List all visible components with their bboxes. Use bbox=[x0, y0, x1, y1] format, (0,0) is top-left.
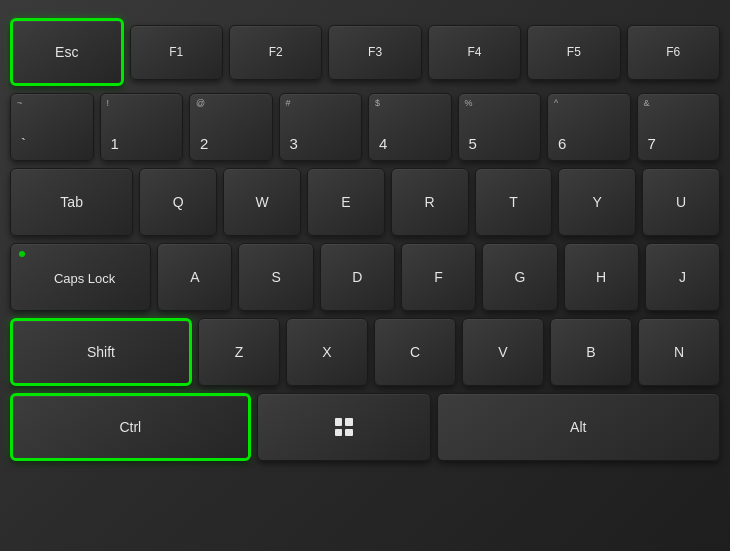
key-1[interactable]: !1 bbox=[100, 93, 184, 161]
key-e[interactable]: E bbox=[307, 168, 385, 236]
key-f2-label: F2 bbox=[269, 45, 283, 59]
key-row-row-qwerty: TabQWERTYU bbox=[10, 168, 720, 236]
key-row-row-asdf: Caps LockASDFGHJ bbox=[10, 243, 720, 311]
key-n[interactable]: N bbox=[638, 318, 720, 386]
key-f3[interactable]: F3 bbox=[328, 25, 421, 80]
key-7-label: 7 bbox=[648, 135, 656, 152]
key-tab-label: Tab bbox=[60, 194, 83, 211]
key-f6-label: F6 bbox=[666, 45, 680, 59]
key-e-label: E bbox=[341, 194, 350, 211]
key-w-label: W bbox=[255, 194, 268, 211]
keyboard: EscF1F2F3F4F5F6~`!1@2#3$4%5^6&7TabQWERTY… bbox=[0, 0, 730, 551]
key-c-label: C bbox=[410, 344, 420, 361]
key-f1-label: F1 bbox=[169, 45, 183, 59]
key-esc-label: Esc bbox=[55, 44, 78, 61]
key-x[interactable]: X bbox=[286, 318, 368, 386]
key-shift[interactable]: Shift bbox=[10, 318, 192, 386]
key-6[interactable]: ^6 bbox=[547, 93, 631, 161]
key-t-label: T bbox=[509, 194, 518, 211]
key-t[interactable]: T bbox=[475, 168, 553, 236]
key-1-label: 1 bbox=[111, 135, 119, 152]
key-d-label: D bbox=[352, 269, 362, 286]
key-c[interactable]: C bbox=[374, 318, 456, 386]
key-x-label: X bbox=[322, 344, 331, 361]
key-r[interactable]: R bbox=[391, 168, 469, 236]
key-a-label: A bbox=[190, 269, 199, 286]
key-f4[interactable]: F4 bbox=[428, 25, 521, 80]
key-f-label: F bbox=[434, 269, 443, 286]
key-h[interactable]: H bbox=[564, 243, 639, 311]
key-y-label: Y bbox=[593, 194, 602, 211]
key-2[interactable]: @2 bbox=[189, 93, 273, 161]
key-d[interactable]: D bbox=[320, 243, 395, 311]
key-4[interactable]: $4 bbox=[368, 93, 452, 161]
key-3-label: 3 bbox=[290, 135, 298, 152]
key-4-label: 4 bbox=[379, 135, 387, 152]
key-alt-label: Alt bbox=[570, 419, 586, 436]
key-b[interactable]: B bbox=[550, 318, 632, 386]
key-3[interactable]: #3 bbox=[279, 93, 363, 161]
key-z[interactable]: Z bbox=[198, 318, 280, 386]
windows-icon bbox=[335, 418, 353, 436]
key-ctrl[interactable]: Ctrl bbox=[10, 393, 251, 461]
key-f2[interactable]: F2 bbox=[229, 25, 322, 80]
key-a[interactable]: A bbox=[157, 243, 232, 311]
key-g[interactable]: G bbox=[482, 243, 557, 311]
key-q-label: Q bbox=[173, 194, 184, 211]
key-w[interactable]: W bbox=[223, 168, 301, 236]
key-5[interactable]: %5 bbox=[458, 93, 542, 161]
key-n-label: N bbox=[674, 344, 684, 361]
key-f3-label: F3 bbox=[368, 45, 382, 59]
key-j-label: J bbox=[679, 269, 686, 286]
key-7[interactable]: &7 bbox=[637, 93, 721, 161]
key-b-label: B bbox=[586, 344, 595, 361]
key-u-label: U bbox=[676, 194, 686, 211]
key-1-sublabel: ! bbox=[107, 99, 110, 108]
key-2-label: 2 bbox=[200, 135, 208, 152]
key-6-sublabel: ^ bbox=[554, 99, 558, 108]
key-row-row-zxcv: ShiftZXCVBN bbox=[10, 318, 720, 386]
key-f6[interactable]: F6 bbox=[627, 25, 720, 80]
key-row-row-numbers: ~`!1@2#3$4%5^6&7 bbox=[10, 93, 720, 161]
key-f5-label: F5 bbox=[567, 45, 581, 59]
key-5-label: 5 bbox=[469, 135, 477, 152]
key-y[interactable]: Y bbox=[558, 168, 636, 236]
key-v[interactable]: V bbox=[462, 318, 544, 386]
key-h-label: H bbox=[596, 269, 606, 286]
key-f5[interactable]: F5 bbox=[527, 25, 620, 80]
key-capslock[interactable]: Caps Lock bbox=[10, 243, 151, 311]
key-3-sublabel: # bbox=[286, 99, 291, 108]
key-f4-label: F4 bbox=[467, 45, 481, 59]
key-tilde-sublabel: ~ bbox=[17, 99, 22, 108]
key-win[interactable] bbox=[257, 393, 431, 461]
key-row-row-func: EscF1F2F3F4F5F6 bbox=[10, 18, 720, 86]
key-u[interactable]: U bbox=[642, 168, 720, 236]
caps-lock-indicator bbox=[19, 251, 25, 257]
key-5-sublabel: % bbox=[465, 99, 473, 108]
key-q[interactable]: Q bbox=[139, 168, 217, 236]
key-4-sublabel: $ bbox=[375, 99, 380, 108]
key-tilde-label: ` bbox=[21, 135, 26, 152]
key-esc[interactable]: Esc bbox=[10, 18, 124, 86]
key-g-label: G bbox=[514, 269, 525, 286]
key-6-label: 6 bbox=[558, 135, 566, 152]
key-row-row-ctrl: CtrlAlt bbox=[10, 393, 720, 461]
key-7-sublabel: & bbox=[644, 99, 650, 108]
key-f1[interactable]: F1 bbox=[130, 25, 223, 80]
key-tilde[interactable]: ~` bbox=[10, 93, 94, 161]
key-2-sublabel: @ bbox=[196, 99, 205, 108]
key-shift-label: Shift bbox=[87, 344, 115, 361]
key-capslock-label: Caps Lock bbox=[46, 271, 115, 287]
key-f[interactable]: F bbox=[401, 243, 476, 311]
key-r-label: R bbox=[425, 194, 435, 211]
key-j[interactable]: J bbox=[645, 243, 720, 311]
key-ctrl-label: Ctrl bbox=[119, 419, 141, 436]
key-s[interactable]: S bbox=[238, 243, 313, 311]
key-v-label: V bbox=[498, 344, 507, 361]
key-alt[interactable]: Alt bbox=[437, 393, 720, 461]
key-z-label: Z bbox=[235, 344, 244, 361]
key-tab[interactable]: Tab bbox=[10, 168, 133, 236]
key-s-label: S bbox=[271, 269, 280, 286]
